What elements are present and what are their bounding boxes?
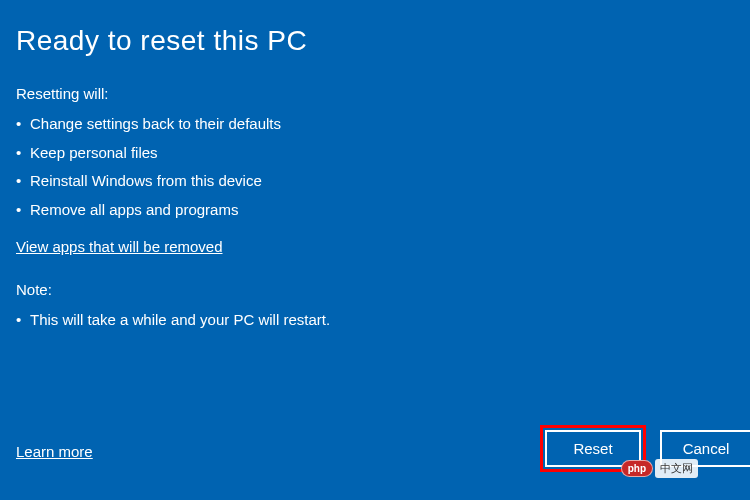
button-row: Reset Cancel bbox=[540, 425, 750, 472]
list-item: Remove all apps and programs bbox=[16, 196, 730, 225]
learn-more-link[interactable]: Learn more bbox=[16, 443, 93, 460]
list-item: Keep personal files bbox=[16, 139, 730, 168]
view-apps-link[interactable]: View apps that will be removed bbox=[16, 238, 223, 255]
reset-highlight: Reset bbox=[540, 425, 646, 472]
resetting-list: Change settings back to their defaults K… bbox=[16, 110, 730, 224]
list-item: Reinstall Windows from this device bbox=[16, 167, 730, 196]
note-label: Note: bbox=[16, 281, 730, 298]
page-title: Ready to reset this PC bbox=[16, 25, 730, 57]
list-item: This will take a while and your PC will … bbox=[16, 306, 730, 335]
reset-button[interactable]: Reset bbox=[545, 430, 641, 467]
cancel-button[interactable]: Cancel bbox=[660, 430, 750, 467]
list-item: Change settings back to their defaults bbox=[16, 110, 730, 139]
resetting-will-label: Resetting will: bbox=[16, 85, 730, 102]
note-list: This will take a while and your PC will … bbox=[16, 306, 730, 335]
